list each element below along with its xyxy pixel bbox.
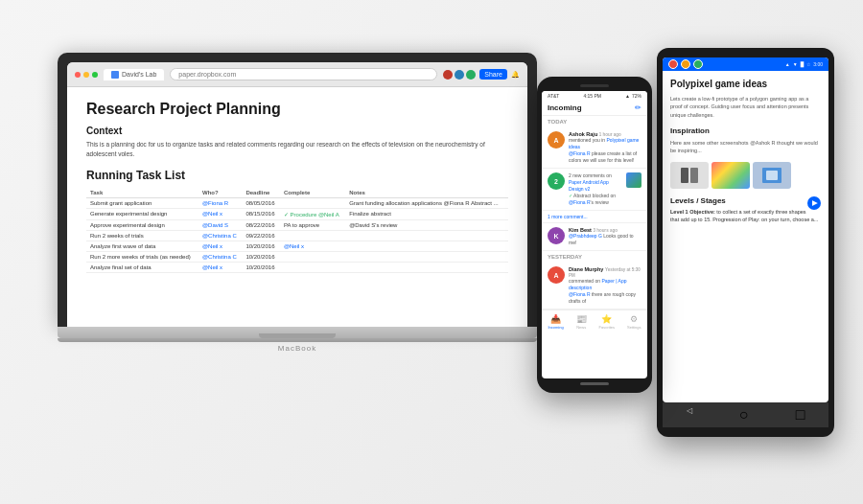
laptop-foot	[58, 338, 537, 342]
notif-content-yesterday: Diane Murphy Yesterday at 5:30 PM commen…	[569, 266, 641, 305]
notif-content-2: 2 new comments on Paper Android App Desi…	[569, 172, 622, 206]
task-list-heading: Running Task List	[86, 169, 508, 182]
browser-dots	[75, 72, 98, 78]
tablet-user-avatar-3	[693, 59, 703, 69]
table-row: Approve experimental design@David S08/22…	[86, 219, 508, 230]
browser-actions: Share 🔔	[443, 69, 520, 80]
tablet-battery-icon: █	[801, 61, 805, 67]
incoming-label: Incoming	[548, 325, 563, 330]
table-row: Generate experimental design@Neil x08/15…	[86, 208, 508, 219]
screenshot-inner-2	[711, 162, 750, 189]
notification-yesterday: A Diane Murphy Yesterday at 5:30 PM comm…	[542, 263, 647, 309]
col-task: Task	[86, 188, 198, 198]
phone-nav-favorites[interactable]: ⭐ Favorites	[599, 314, 615, 330]
tablet-nav-bar: ◁ ○ □	[663, 402, 828, 427]
task-table: Task Who? Deadline Complete Notes Submit…	[86, 188, 508, 273]
table-row: Submit grant application@Fiona R08/05/20…	[86, 197, 508, 208]
phone-shape-2	[690, 168, 698, 183]
inspiration-text: Here are some other screenshots @Ashok R…	[670, 139, 821, 155]
notifications-icon[interactable]: 🔔	[511, 71, 520, 79]
notif-avatar-2: 2	[548, 172, 565, 190]
tablet-doc-title: Polypixel game ideas	[670, 79, 821, 89]
levels-heading: Levels / Stages ▶	[670, 196, 821, 205]
maximize-dot[interactable]	[92, 72, 98, 78]
screenshot-1	[670, 162, 709, 189]
tablet-star-icon[interactable]: ☆	[806, 61, 810, 67]
tablet-wifi-icon: ▼	[793, 61, 798, 67]
favorites-label: Favorites	[599, 325, 615, 330]
more-comments[interactable]: 1 more comment...	[542, 211, 647, 223]
phone-home-bar[interactable]	[580, 382, 609, 385]
tablet-avatar-group	[668, 59, 703, 69]
close-dot[interactable]	[75, 72, 81, 78]
share-button[interactable]: Share	[479, 69, 507, 80]
level1-item: Level 1 Objective: to collect a set of e…	[670, 209, 821, 223]
minimize-dot[interactable]	[83, 72, 89, 78]
table-row: Analyze first wave of data@Neil x10/20/2…	[86, 241, 508, 251]
screenshot-inner-3	[753, 162, 791, 189]
tablet-back-icon[interactable]: ◁	[687, 406, 692, 424]
news-icon: 📰	[576, 314, 587, 324]
table-row: Run 2 weeks of trials@Christina C09/22/2…	[86, 230, 508, 241]
phone: AT&T 4:15 PM ▲ 72% Incoming ✏ TODAY A As…	[537, 77, 652, 393]
notification-3: K Kim Best 3 hours ago @Prabhdeep G Look…	[542, 223, 647, 251]
document-content: Research Project Planning Context This i…	[67, 87, 527, 327]
yesterday-label: YESTERDAY	[542, 251, 647, 263]
phone-speaker	[580, 84, 609, 87]
laptop-brand-label: MacBook	[58, 344, 537, 353]
user-avatar-1	[443, 70, 453, 80]
laptop-browser: David's Lab paper.dropbox.com Share 🔔	[67, 62, 527, 327]
inspiration-heading: Inspiration	[670, 126, 821, 135]
settings-label: Settings	[627, 325, 641, 330]
notif-detail-1: @Fiona R please create a list of colors …	[569, 150, 641, 164]
phone-carrier: AT&T	[548, 93, 559, 99]
notif-text-2: 2 new comments on Paper Android App Desi…	[569, 172, 622, 193]
phone-nav-incoming[interactable]: 📥 Incoming	[548, 314, 563, 330]
level-badge[interactable]: ▶	[807, 196, 821, 210]
user-avatar-2	[455, 70, 464, 80]
tablet-shape	[762, 168, 781, 183]
tablet-user-avatar-1	[668, 59, 678, 69]
scene: David's Lab paper.dropbox.com Share 🔔	[0, 0, 863, 504]
user-avatar-3	[466, 70, 476, 80]
tablet-signal-icon: ▲	[785, 61, 790, 67]
phone-shape-1	[681, 168, 688, 183]
screenshot-inner-1	[670, 162, 709, 189]
notif-avatar-3: K	[548, 227, 565, 244]
tablet-screen: ▲ ▼ █ ☆ 3:00 Polypixel game ideas Lets c…	[663, 57, 828, 402]
tablet-user-avatar-2	[681, 59, 690, 69]
tablet-screenshots	[670, 162, 821, 189]
phone-status-icons: ▲ 72%	[625, 93, 641, 99]
incoming-icon: 📥	[550, 314, 561, 324]
tablet-home-icon[interactable]: ○	[739, 406, 749, 424]
laptop: David's Lab paper.dropbox.com Share 🔔	[58, 53, 537, 353]
phone-nav: 📥 Incoming 📰 News ⭐ Favorites ⚙ Settings	[542, 309, 647, 333]
col-notes: Notes	[345, 188, 508, 198]
context-body: This is a planning doc for us to organiz…	[86, 140, 508, 159]
notification-1: A Ashok Raju 1 hour ago mentioned you in…	[542, 127, 647, 169]
address-bar[interactable]: paper.dropbox.com	[170, 68, 437, 80]
phone-screen: AT&T 4:15 PM ▲ 72% Incoming ✏ TODAY A As…	[542, 91, 647, 378]
phone-nav-settings[interactable]: ⚙ Settings	[627, 314, 641, 330]
notif-content-3: Kim Best 3 hours ago @Prabhdeep G Looks …	[569, 227, 641, 246]
notif-avatar-1: A	[548, 131, 565, 149]
screenshot-2	[711, 162, 750, 189]
laptop-base	[58, 327, 537, 338]
phone-edit-icon[interactable]: ✏	[635, 103, 641, 112]
tablet-recents-icon[interactable]: □	[796, 406, 805, 424]
favorites-icon: ⭐	[601, 314, 612, 324]
browser-tab[interactable]: David's Lab	[104, 69, 164, 80]
notif-detail-2: ✓ Abstract blocked on @Fiona R's review	[569, 193, 622, 206]
phone-nav-news[interactable]: 📰 News	[576, 314, 587, 330]
tablet-screen-shape	[766, 171, 778, 180]
tablet: ▲ ▼ █ ☆ 3:00 Polypixel game ideas Lets c…	[657, 48, 834, 437]
browser-chrome: David's Lab paper.dropbox.com Share 🔔	[67, 62, 527, 87]
battery-icon: 72%	[632, 93, 641, 99]
screenshot-3	[753, 162, 791, 189]
tab-favicon	[111, 71, 119, 79]
wifi-icon: ▲	[625, 93, 630, 99]
phone-header: Incoming ✏	[542, 101, 647, 116]
notif-content-1: Ashok Raju 1 hour ago mentioned you in P…	[569, 131, 641, 164]
notif-text-1: mentioned you in Polypixel game ideas	[569, 137, 641, 150]
col-who: Who?	[198, 188, 242, 198]
